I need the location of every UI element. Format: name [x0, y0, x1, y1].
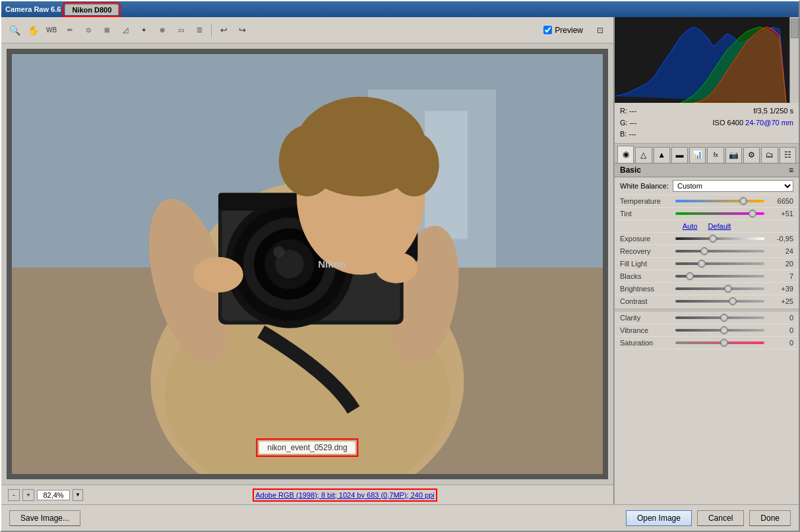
redeye-removal[interactable]: ⊕: [154, 22, 170, 38]
temperature-slider[interactable]: [675, 197, 764, 205]
wb-tool[interactable]: WB: [44, 22, 59, 38]
exposure-slider[interactable]: [675, 235, 764, 243]
contrast-thumb[interactable]: [729, 297, 737, 305]
saturation-slider[interactable]: [675, 339, 764, 347]
recovery-value: 24: [767, 247, 793, 255]
filllight-row: Fill Light 20: [615, 258, 799, 270]
tab-presets[interactable]: ⚙: [743, 147, 760, 163]
saturation-value: 0: [767, 339, 793, 347]
recovery-track: [675, 250, 764, 252]
contrast-track: [675, 300, 764, 303]
svg-point-24: [389, 133, 439, 196]
temperature-thumb[interactable]: [739, 197, 747, 205]
tab-hsl[interactable]: ▬: [671, 147, 688, 163]
tab-snapshots[interactable]: 🗂: [761, 147, 778, 163]
tint-slider[interactable]: [675, 210, 764, 218]
recovery-row: Recovery 24: [615, 245, 799, 258]
svg-point-23: [279, 125, 336, 196]
zoom-out-btn[interactable]: -: [8, 489, 20, 501]
cancel-btn[interactable]: Cancel: [697, 510, 744, 526]
panel-title: Basic: [620, 165, 641, 175]
rgb-values: R: --- G: --- B: ---: [620, 105, 637, 140]
auto-link[interactable]: Auto: [683, 222, 698, 230]
tab-camera[interactable]: 📷: [725, 147, 742, 163]
clarity-label: Clarity: [620, 314, 673, 322]
saturation-label: Saturation: [620, 339, 673, 347]
brightness-label: Brightness: [620, 285, 673, 293]
recovery-label: Recovery: [620, 247, 673, 255]
open-image-btn[interactable]: Open Image: [626, 510, 692, 526]
adj-brush[interactable]: ▭: [173, 22, 189, 38]
blacks-thumb[interactable]: [686, 272, 694, 280]
zoom-dropdown-btn[interactable]: ▼: [73, 489, 83, 501]
vibrance-thumb[interactable]: [720, 326, 728, 334]
b-label: B:: [620, 130, 627, 138]
camera-raw-window: Camera Raw 6.6 Nikon D800 🔍 ✋ WB ✏ ⊙ ⊞ ◿…: [0, 0, 800, 532]
panel-header: Basic ≡: [615, 163, 799, 177]
wb-label: White Balance:: [620, 182, 673, 190]
wb-row: White Balance: Custom As Shot Auto Dayli…: [615, 177, 799, 195]
preview-checkbox: Preview: [543, 26, 583, 35]
exposure-thumb[interactable]: [709, 235, 717, 243]
filllight-slider[interactable]: [675, 260, 764, 268]
brightness-thumb[interactable]: [724, 285, 732, 293]
rotate-cw[interactable]: ↪: [234, 22, 250, 38]
photo-display: Nikon: [12, 54, 603, 474]
target-tool[interactable]: ⊙: [80, 22, 96, 38]
zoom-tool[interactable]: 🔍: [7, 22, 22, 38]
image-info-link[interactable]: Adobe RGB (1998); 8 bit; 1024 by 683 (0,…: [255, 491, 435, 499]
preview-check[interactable]: [543, 26, 552, 34]
vibrance-slider[interactable]: [675, 326, 764, 334]
fullscreen-btn[interactable]: ⊡: [592, 22, 608, 38]
rotate-ccw[interactable]: ↩: [216, 22, 231, 38]
contrast-label: Contrast: [620, 297, 673, 305]
save-image-btn[interactable]: Save Image...: [9, 510, 80, 526]
done-btn[interactable]: Done: [749, 510, 791, 526]
tab-tonecurve[interactable]: △: [635, 147, 652, 163]
blacks-slider[interactable]: [675, 272, 764, 280]
histogram-scrollbar[interactable]: [789, 17, 799, 103]
zoom-controls: - + 82,4% ▼: [8, 489, 83, 501]
contrast-slider[interactable]: [675, 297, 764, 305]
tab-detail[interactable]: ▲: [654, 147, 670, 163]
straighten-tool[interactable]: ◿: [117, 22, 133, 38]
tab-splitstone[interactable]: 📊: [689, 147, 706, 163]
brightness-row: Brightness +39: [615, 283, 799, 295]
svg-text:Nikon: Nikon: [318, 258, 346, 270]
grad-filter[interactable]: ☰: [191, 22, 207, 38]
recovery-thumb[interactable]: [700, 247, 708, 255]
recovery-slider[interactable]: [675, 247, 764, 255]
spot-removal[interactable]: ✦: [136, 22, 152, 38]
clarity-row: Clarity 0: [615, 312, 799, 324]
crop-tool[interactable]: ⊞: [99, 22, 115, 38]
exposure-value: -0,95: [767, 235, 793, 243]
filllight-thumb[interactable]: [698, 260, 706, 268]
panel-menu-icon[interactable]: ≡: [789, 165, 793, 175]
color-sampler[interactable]: ✏: [62, 22, 78, 38]
panel-content: Basic ≡ White Balance: Custom As Shot Au…: [615, 163, 799, 504]
tint-thumb[interactable]: [749, 210, 756, 218]
camera-tab[interactable]: Nikon D800: [65, 4, 119, 15]
tint-value: +51: [767, 210, 793, 218]
tab-basic[interactable]: ◉: [617, 146, 634, 163]
zoom-in-btn[interactable]: +: [22, 489, 34, 501]
clarity-thumb[interactable]: [720, 314, 728, 322]
brightness-track: [675, 287, 764, 290]
default-link[interactable]: Default: [708, 222, 731, 230]
tab-list[interactable]: ☷: [780, 147, 796, 163]
brightness-slider[interactable]: [675, 285, 764, 293]
clarity-slider[interactable]: [675, 314, 764, 322]
saturation-thumb[interactable]: [720, 339, 728, 347]
scrollbar-thumb[interactable]: [791, 18, 799, 38]
temperature-track: [675, 200, 764, 202]
info-link-text: Adobe RGB (1998); 8 bit; 1024 by 683 (0,…: [255, 491, 435, 499]
bottom-right-buttons: Open Image Cancel Done: [626, 510, 791, 526]
contrast-value: +25: [767, 297, 793, 305]
preview-label: Preview: [555, 26, 583, 35]
hand-tool[interactable]: ✋: [25, 22, 41, 38]
tab-effects[interactable]: fx: [707, 147, 723, 163]
wb-select[interactable]: Custom As Shot Auto Daylight Cloudy Shad…: [673, 180, 793, 192]
contrast-row: Contrast +25: [615, 295, 799, 308]
r-label: R:: [620, 107, 627, 115]
svg-point-26: [375, 252, 418, 283]
